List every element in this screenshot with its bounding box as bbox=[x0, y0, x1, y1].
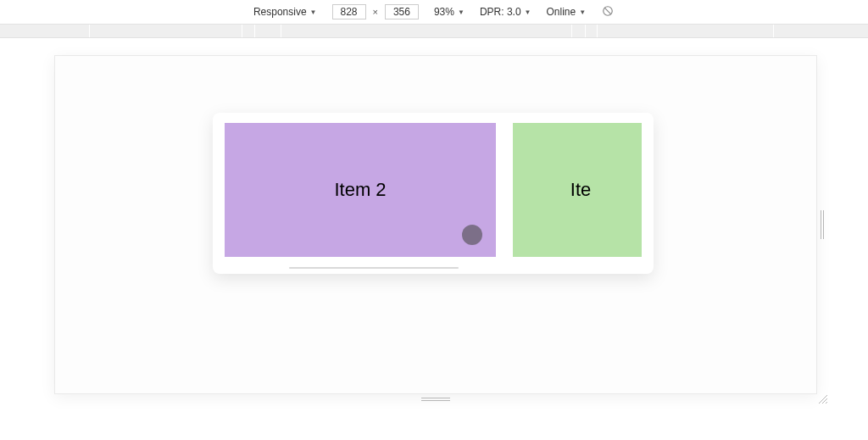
carousel-item-label: Ite bbox=[570, 179, 591, 201]
dimensions-separator: × bbox=[373, 7, 378, 17]
ruler-tick bbox=[242, 25, 242, 37]
network-dropdown[interactable]: Online ▼ bbox=[547, 6, 587, 18]
device-mode-dropdown[interactable]: Responsive ▼ bbox=[253, 6, 317, 18]
rotate-button[interactable] bbox=[601, 5, 615, 19]
carousel-item[interactable]: Ite bbox=[513, 123, 642, 257]
width-input[interactable] bbox=[332, 4, 366, 19]
device-viewport[interactable]: Item 2Ite bbox=[54, 55, 817, 394]
chevron-down-icon: ▼ bbox=[579, 8, 586, 16]
ruler-tick bbox=[254, 25, 255, 37]
ruler-tick bbox=[89, 25, 90, 37]
device-toolbar: Responsive ▼ × 93% ▼ DPR: 3.0 ▼ Online ▼ bbox=[0, 0, 868, 24]
network-label: Online bbox=[547, 6, 576, 18]
height-input[interactable] bbox=[385, 4, 419, 19]
dimensions-group: × bbox=[332, 4, 419, 19]
svg-line-1 bbox=[604, 7, 611, 14]
corner-grip-icon bbox=[817, 392, 827, 407]
rotate-icon bbox=[602, 5, 614, 19]
carousel-item-label: Item 2 bbox=[334, 179, 386, 201]
chevron-down-icon: ▼ bbox=[310, 8, 317, 16]
resize-handle-bottom[interactable] bbox=[55, 393, 816, 405]
touch-indicator-icon bbox=[462, 225, 482, 245]
device-stage: Item 2Ite bbox=[0, 38, 868, 440]
resize-handle-corner[interactable] bbox=[816, 393, 828, 405]
carousel-card: Item 2Ite bbox=[213, 113, 654, 274]
ruler-tick bbox=[571, 25, 572, 37]
grip-icon bbox=[421, 398, 450, 401]
carousel-scroller[interactable]: Item 2Ite bbox=[225, 123, 642, 259]
ruler-tick bbox=[597, 25, 598, 37]
grip-icon bbox=[821, 210, 824, 239]
dpr-label: DPR: 3.0 bbox=[480, 6, 521, 18]
breakpoint-ruler[interactable] bbox=[0, 24, 868, 38]
horizontal-scrollbar[interactable] bbox=[289, 267, 459, 269]
carousel-item[interactable]: Item 2 bbox=[225, 123, 496, 257]
zoom-label: 93% bbox=[434, 6, 454, 18]
dpr-dropdown[interactable]: DPR: 3.0 ▼ bbox=[480, 6, 531, 18]
resize-handle-right[interactable] bbox=[816, 56, 828, 393]
device-mode-label: Responsive bbox=[253, 6, 307, 18]
ruler-tick bbox=[585, 25, 586, 37]
ruler-tick bbox=[773, 25, 774, 37]
zoom-dropdown[interactable]: 93% ▼ bbox=[434, 6, 465, 18]
ruler-tick bbox=[281, 25, 281, 37]
chevron-down-icon: ▼ bbox=[458, 8, 465, 16]
chevron-down-icon: ▼ bbox=[525, 8, 531, 16]
